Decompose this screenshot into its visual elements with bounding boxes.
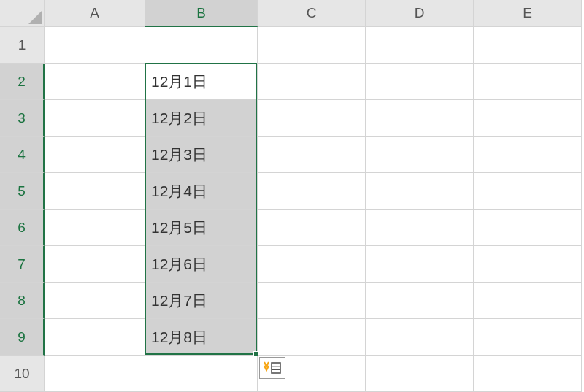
cell-C8[interactable] [258,283,366,319]
col-header-E[interactable]: E [474,0,582,27]
cell-D5[interactable] [366,173,474,210]
row-header-3[interactable]: 3 [0,100,45,137]
row-header-2[interactable]: 2 [0,64,45,100]
cell-D9[interactable] [366,319,474,356]
row-header-10[interactable]: 10 [0,356,45,392]
row-header-8[interactable]: 8 [0,283,45,319]
col-header-A[interactable]: A [45,0,145,27]
cell-E3[interactable] [474,100,582,137]
cell-B2[interactable]: 12月1日 [145,64,258,100]
autofill-options-button[interactable] [259,357,285,379]
row-header-1[interactable]: 1 [0,27,45,64]
cell-C6[interactable] [258,210,366,246]
col-header-D[interactable]: D [366,0,474,27]
cell-E9[interactable] [474,319,582,356]
cell-D4[interactable] [366,137,474,173]
row-header-4[interactable]: 4 [0,137,45,173]
cell-E7[interactable] [474,246,582,283]
col-header-B[interactable]: B [145,0,258,27]
cell-D6[interactable] [366,210,474,246]
cell-B3[interactable]: 12月2日 [145,100,258,137]
cell-A6[interactable] [45,210,145,246]
cell-B6[interactable]: 12月5日 [145,210,258,246]
select-all-corner[interactable] [0,0,45,27]
row-header-6[interactable]: 6 [0,210,45,246]
cell-A4[interactable] [45,137,145,173]
cell-A5[interactable] [45,173,145,210]
cell-E5[interactable] [474,173,582,210]
cell-D3[interactable] [366,100,474,137]
cell-A8[interactable] [45,283,145,319]
col-header-C[interactable]: C [258,0,366,27]
cell-E1[interactable] [474,27,582,64]
spreadsheet-grid[interactable]: A B C D E 1 2 12月1日 3 12月2日 4 12月3日 5 12… [0,0,582,392]
cell-D2[interactable] [366,64,474,100]
cell-B7[interactable]: 12月6日 [145,246,258,283]
cell-D10[interactable] [366,356,474,392]
cell-A7[interactable] [45,246,145,283]
cell-A2[interactable] [45,64,145,100]
cell-C1[interactable] [258,27,366,64]
cell-B9[interactable]: 12月8日 [145,319,258,356]
autofill-options-icon [262,360,283,376]
svg-rect-0 [272,363,280,373]
row-header-7[interactable]: 7 [0,246,45,283]
cell-E8[interactable] [474,283,582,319]
cell-A3[interactable] [45,100,145,137]
cell-E4[interactable] [474,137,582,173]
cell-B4[interactable]: 12月3日 [145,137,258,173]
cell-A1[interactable] [45,27,145,64]
cell-C2[interactable] [258,64,366,100]
cell-D1[interactable] [366,27,474,64]
cell-A9[interactable] [45,319,145,356]
cell-C5[interactable] [258,173,366,210]
cell-E2[interactable] [474,64,582,100]
cell-E6[interactable] [474,210,582,246]
cell-B1[interactable] [145,27,258,64]
cell-B5[interactable]: 12月4日 [145,173,258,210]
cell-D7[interactable] [366,246,474,283]
cell-B8[interactable]: 12月7日 [145,283,258,319]
row-header-9[interactable]: 9 [0,319,45,356]
row-header-5[interactable]: 5 [0,173,45,210]
cell-A10[interactable] [45,356,145,392]
cell-C3[interactable] [258,100,366,137]
cell-C9[interactable] [258,319,366,356]
cell-E10[interactable] [474,356,582,392]
cell-D8[interactable] [366,283,474,319]
cell-C7[interactable] [258,246,366,283]
cell-B10[interactable] [145,356,258,392]
cell-C4[interactable] [258,137,366,173]
